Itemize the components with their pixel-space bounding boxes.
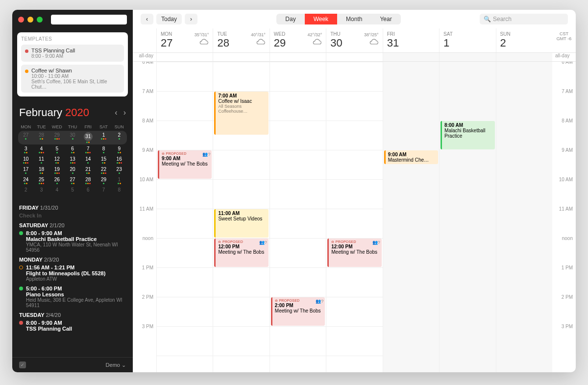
mini-cal-day[interactable]: 27 (18, 131, 34, 144)
view-tab-week[interactable]: Week (305, 14, 337, 24)
close-icon[interactable] (18, 17, 24, 23)
prev-week-button[interactable]: ‹ (141, 14, 153, 24)
day-column[interactable]: ⊖ PROPOSED9:00 AMMeeting w/ The Bobs👥? (156, 62, 213, 372)
mini-cal-day[interactable]: 23 (111, 165, 127, 175)
mini-cal-day[interactable]: 1 (96, 131, 112, 144)
templates-heading: TEMPLATES (21, 36, 124, 42)
timezone-label[interactable]: CST GMT -6 (552, 28, 576, 52)
search-input[interactable]: 🔍 Search (480, 14, 568, 24)
mini-cal-day[interactable]: 20 (65, 165, 80, 175)
day-header[interactable]: TUE2840°/31° (213, 28, 269, 52)
mini-cal-day[interactable]: 10 (18, 155, 34, 165)
app-window: TEMPLATES TSS Planning Call8:00 - 9:00 A… (12, 10, 576, 372)
day-column[interactable]: 8:00 AMMalachi Basketball Practice (439, 62, 495, 372)
mini-cal-day[interactable]: 15 (96, 155, 112, 165)
mini-cal-day[interactable]: 22 (96, 165, 112, 175)
next-week-button[interactable]: › (185, 14, 197, 24)
mini-cal-day[interactable]: 7 (80, 144, 96, 155)
mini-cal-day[interactable]: 9 (111, 144, 127, 155)
mini-cal-day[interactable]: 2 (18, 186, 34, 194)
mini-cal-day[interactable]: 29 (96, 175, 112, 186)
zoom-icon[interactable] (37, 17, 43, 23)
mini-cal-day[interactable]: 7 (96, 186, 112, 194)
mini-cal-day[interactable]: 4 (34, 144, 49, 155)
mini-cal-day[interactable]: 6 (65, 144, 80, 155)
view-tab-year[interactable]: Year (371, 14, 400, 24)
day-column[interactable]: 7:00 AMCoffee w/ IsaacAll Seasons Coffee… (213, 62, 269, 372)
calendar-event[interactable]: 9:00 AMMastermind Che… (384, 150, 438, 164)
mini-cal-day[interactable]: 31 (80, 131, 96, 144)
calendar-event[interactable]: 7:00 AMCoffee w/ IsaacAll Seasons Coffee… (214, 92, 268, 135)
sidebar-search-input[interactable] (51, 15, 127, 24)
agenda-item[interactable]: 5:00 - 6:00 PMPiano LessonsHeid Music, 3… (19, 286, 126, 308)
attendees-icon: 👥? (372, 240, 380, 245)
day-header[interactable]: SUN2 (496, 28, 552, 52)
mini-cal-day[interactable]: 27 (65, 175, 80, 186)
calendar-event[interactable]: ⊖ PROPOSED9:00 AMMeeting w/ The Bobs👥? (158, 150, 212, 179)
mini-cal-prev-icon[interactable]: ‹ (115, 108, 117, 117)
day-header[interactable]: THU3038°/25° (326, 28, 382, 52)
mini-cal-day[interactable]: 24 (18, 175, 34, 186)
agenda-item[interactable]: 8:00 - 9:00 AMTSS Planning Call (19, 320, 126, 332)
mini-cal-next-icon[interactable]: › (123, 108, 126, 117)
day-column[interactable]: ⊖ PROPOSED2:00 PMMeeting w/ The Bobs👥? (270, 62, 326, 372)
calendar-event[interactable]: ⊖ PROPOSED12:00 PMMeeting w/ The Bobs👥? (327, 239, 381, 267)
mini-cal-day[interactable]: 3 (18, 144, 34, 155)
day-header[interactable]: WED2942°/32° (270, 28, 326, 52)
main-area: ‹ Today › DayWeekMonthYear 🔍 Search MON2… (133, 10, 576, 372)
mini-cal-day[interactable]: 14 (80, 155, 96, 165)
calendar-event[interactable]: ⊖ PROPOSED12:00 PMMeeting w/ The Bobs👥? (214, 239, 268, 267)
view-tab-day[interactable]: Day (276, 14, 304, 24)
calendar-event[interactable]: ⊖ PROPOSED2:00 PMMeeting w/ The Bobs👥? (271, 297, 325, 326)
mini-cal-day[interactable]: 29 (49, 131, 65, 144)
day-header[interactable]: FRI31 (383, 28, 439, 52)
day-header[interactable]: SAT1 (439, 28, 495, 52)
hour-label: 2 PM (142, 294, 153, 300)
tasks-toggle-icon[interactable]: ✓ (19, 361, 26, 368)
agenda-item[interactable]: 11:56 AM - 1:21 PMFlight to Minneapolis … (19, 265, 126, 282)
search-icon: 🔍 (484, 16, 491, 23)
template-item[interactable]: Coffee w/ Shawn10:00 - 11:00 AMSeth's Co… (21, 65, 124, 93)
day-column[interactable] (496, 62, 552, 372)
view-tab-month[interactable]: Month (337, 14, 371, 24)
today-button[interactable]: Today (156, 14, 182, 24)
mini-cal-day[interactable]: 13 (65, 155, 80, 165)
mini-cal-day[interactable]: 28 (80, 175, 96, 186)
mini-cal-day[interactable]: 11 (34, 155, 49, 165)
mini-cal-day[interactable]: 4 (49, 186, 65, 194)
hour-label: 9 AM (142, 147, 153, 153)
hour-label: 6 AM (142, 62, 153, 65)
mini-cal-day[interactable]: 2 (111, 131, 127, 144)
mini-cal-day[interactable]: 12 (49, 155, 65, 165)
calendar-set-dropdown[interactable]: Demo ⌄ (106, 362, 126, 368)
mini-cal-day[interactable]: 28 (34, 131, 49, 144)
mini-cal-day[interactable]: 21 (80, 165, 96, 175)
mini-cal-year: 2020 (65, 106, 89, 119)
minimize-icon[interactable] (27, 17, 33, 23)
week-grid[interactable]: 6 AM7 AM8 AM9 AM10 AM11 AMnoon1 PM2 PM3 … (133, 62, 576, 372)
agenda-item[interactable]: Check In (19, 213, 126, 218)
mini-cal-day[interactable]: 25 (34, 175, 49, 186)
mini-cal-day[interactable]: 8 (111, 186, 127, 194)
mini-cal-day[interactable]: 18 (34, 165, 49, 175)
mini-cal-day[interactable]: 19 (49, 165, 65, 175)
mini-cal-day[interactable]: 6 (80, 186, 96, 194)
mini-cal-day[interactable]: 1 (111, 175, 127, 186)
day-column[interactable]: 9:00 AMMastermind Che… (383, 62, 439, 372)
calendar-event[interactable]: 11:00 AMSweet Setup Videos (214, 209, 268, 238)
mini-cal-day[interactable]: 16 (111, 155, 127, 165)
mini-cal-day[interactable]: 3 (34, 186, 49, 194)
mini-cal-day[interactable]: 5 (49, 144, 65, 155)
day-header[interactable]: MON2735°/31° (156, 28, 213, 52)
day-column[interactable]: ⊖ PROPOSED12:00 PMMeeting w/ The Bobs👥? (326, 62, 382, 372)
mini-cal-day[interactable]: 26 (49, 175, 65, 186)
mini-cal-day[interactable]: 30 (65, 131, 80, 144)
mini-cal-day[interactable]: 17 (18, 165, 34, 175)
agenda-item[interactable]: 8:00 - 9:00 AMMalachi Basketball Practic… (19, 230, 126, 253)
mini-cal-header: February 2020 ‹ › (12, 99, 133, 123)
mini-cal-day[interactable]: 5 (65, 186, 80, 194)
mini-cal-day[interactable]: 8 (96, 144, 112, 155)
template-item[interactable]: TSS Planning Call8:00 - 9:00 AM (21, 45, 124, 62)
calendar-event[interactable]: 8:00 AMMalachi Basketball Practice (441, 121, 494, 149)
mini-calendar[interactable]: MONTUEWEDTHUFRISATSUN 272829303112345678… (12, 123, 133, 198)
